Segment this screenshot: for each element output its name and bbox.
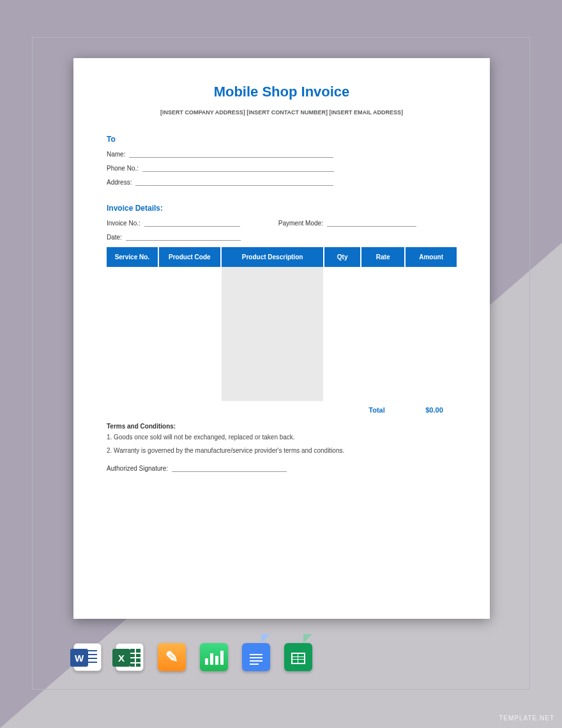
name-line [129,150,333,158]
cell-rate [361,267,405,401]
pages-icon: ✎ [158,643,186,671]
date-field: Date: [107,233,241,241]
th-amount: Amount [405,247,457,267]
th-product-description: Product Description [221,247,324,267]
phone-line [142,164,334,172]
excel-glyph: X [112,649,130,667]
watermark: TEMPLATE.NET [499,715,554,722]
cell-product-description [221,267,324,401]
gdocs-icon [242,643,270,671]
invoice-no-field: Invoice No.: [107,219,240,227]
phone-field: Phone No.: [107,164,457,172]
date-line [126,233,241,241]
details-row-2: Date: [107,233,457,241]
term-2: 2. Warranty is governed by the manufactu… [107,447,457,454]
payment-mode-label: Payment Mode: [278,220,323,227]
invoice-no-line [144,219,240,227]
payment-mode-line [327,219,416,227]
term-1: 1. Goods once sold will not be exchanged… [107,434,457,441]
total-row: Total $0.00 [107,406,457,414]
total-value: $0.00 [412,406,457,414]
invoice-no-label: Invoice No.: [107,220,140,227]
pages-glyph: ✎ [165,648,178,666]
terms-heading: Terms and Conditions: [107,423,457,430]
preview-frame: Mobile Shop Invoice [INSERT COMPANY ADDR… [32,37,530,690]
address-label: Address: [107,179,132,186]
th-product-code: Product Code [158,247,221,267]
numbers-icon [200,643,228,671]
page-subtitle: [INSERT COMPANY ADDRESS] [INSERT CONTACT… [107,109,457,116]
invoice-table: Service No. Product Code Product Descrip… [107,247,457,401]
gsheets-icon [284,643,312,671]
signature-line [172,464,287,472]
th-service-no: Service No. [107,247,158,267]
address-field: Address: [107,178,457,186]
table-row [107,267,457,401]
excel-icon: X [116,643,144,671]
details-row-1: Invoice No.: Payment Mode: [107,219,457,227]
th-qty: Qty [324,247,361,267]
address-line [135,178,333,186]
signature-label: Authorized Signature: [107,465,168,472]
signature-field: Authorized Signature: [107,464,457,472]
to-heading: To [107,135,457,144]
cell-service-no [107,267,158,401]
date-label: Date: [107,234,122,241]
word-glyph: W [70,649,88,667]
th-rate: Rate [361,247,405,267]
format-icons: W X ✎ [73,643,312,671]
phone-label: Phone No.: [107,165,139,172]
cell-product-code [158,267,221,401]
word-icon: W [73,643,102,671]
payment-mode-field: Payment Mode: [278,219,416,227]
invoice-page: Mobile Shop Invoice [INSERT COMPANY ADDR… [73,58,490,619]
name-field: Name: [107,150,457,158]
table-header-row: Service No. Product Code Product Descrip… [107,247,457,267]
page-title: Mobile Shop Invoice [107,84,457,100]
total-label: Total [342,406,412,414]
details-heading: Invoice Details: [107,204,457,213]
cell-qty [324,267,361,401]
cell-amount [405,267,457,401]
name-label: Name: [107,151,125,158]
